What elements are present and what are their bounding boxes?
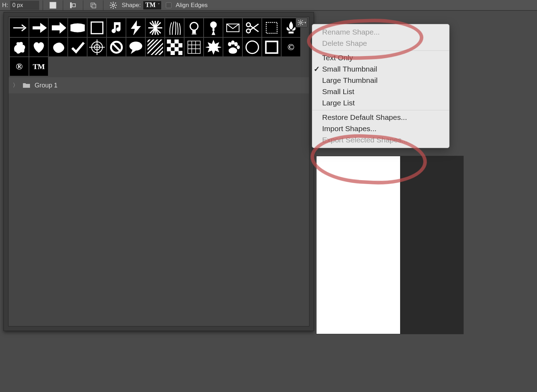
- svg-rect-59: [175, 47, 179, 51]
- svg-rect-28: [192, 30, 195, 33]
- svg-rect-57: [179, 43, 182, 47]
- shape-arrow-block[interactable]: [49, 18, 67, 37]
- shape-crosshair[interactable]: [88, 38, 106, 56]
- svg-rect-54: [167, 39, 171, 43]
- svg-line-81: [302, 20, 303, 21]
- menu-item-delete-shape[interactable]: Delete Shape: [312, 38, 449, 49]
- menu-item-restore-defaults[interactable]: Restore Default Shapes...: [312, 112, 449, 123]
- shape-no-symbol[interactable]: [107, 38, 126, 56]
- menu-item-import-shapes[interactable]: Import Shapes...: [312, 123, 449, 134]
- separator: [103, 0, 103, 10]
- shape-checker[interactable]: [165, 38, 184, 56]
- svg-rect-17: [52, 25, 60, 30]
- shape-music-note[interactable]: [107, 18, 126, 37]
- shape-banner[interactable]: [68, 18, 87, 37]
- svg-point-5: [112, 4, 115, 6]
- shape-frame[interactable]: [88, 18, 106, 37]
- arrange-icon[interactable]: [88, 0, 98, 10]
- separator: [83, 0, 83, 10]
- svg-marker-18: [60, 22, 66, 33]
- shape-paw[interactable]: [223, 38, 242, 56]
- menu-item-export-shapes[interactable]: Export Selected Shapes...: [312, 134, 449, 146]
- folder-icon: [23, 82, 30, 88]
- shape-picker-panel: ©®TM 〉 Group 1: [4, 12, 314, 331]
- shape-registered[interactable]: ®: [10, 57, 29, 76]
- shape-heart[interactable]: [29, 38, 48, 56]
- group-row[interactable]: 〉 Group 1: [8, 77, 309, 93]
- shape-arrow-bold[interactable]: [29, 18, 48, 37]
- shape-grid: ©®TM: [8, 17, 309, 76]
- height-input[interactable]: [10, 1, 39, 10]
- menu-item-text-only[interactable]: Text Only: [312, 52, 449, 63]
- svg-point-27: [190, 22, 198, 30]
- checkmark-icon: ✓: [314, 65, 320, 73]
- shape-lightning[interactable]: [126, 18, 145, 37]
- menu-item-small-thumbnail[interactable]: ✓ Small Thumbnail: [312, 63, 449, 75]
- shape-grass[interactable]: [165, 18, 184, 37]
- svg-point-68: [228, 42, 231, 46]
- separator: [43, 0, 43, 10]
- svg-line-52: [153, 45, 163, 55]
- svg-marker-16: [40, 23, 47, 32]
- svg-point-71: [237, 45, 240, 49]
- svg-rect-61: [179, 51, 182, 55]
- svg-marker-32: [212, 31, 215, 35]
- svg-point-35: [246, 29, 250, 33]
- align-icon[interactable]: [68, 0, 78, 10]
- svg-rect-4: [92, 4, 96, 8]
- shape-copyright[interactable]: ©: [282, 38, 300, 56]
- panel-menu-button[interactable]: ▾: [296, 18, 308, 27]
- align-edges-checkbox[interactable]: [166, 2, 171, 8]
- shape-starburst[interactable]: [204, 38, 223, 56]
- svg-line-12: [115, 2, 116, 4]
- svg-rect-56: [171, 43, 175, 47]
- menu-separator: [312, 110, 449, 110]
- shape-blob[interactable]: [49, 38, 67, 56]
- menu-item-large-list[interactable]: Large List: [312, 97, 449, 109]
- shape-floral[interactable]: [10, 38, 29, 56]
- svg-point-72: [246, 41, 258, 53]
- menu-item-label: Small Thumbnail: [322, 65, 377, 73]
- shape-grid[interactable]: [185, 38, 203, 56]
- menu-item-large-thumbnail[interactable]: Large Thumbnail: [312, 75, 449, 86]
- svg-line-10: [110, 2, 111, 4]
- shape-diagonal-lines[interactable]: [146, 38, 164, 56]
- shape-checkmark[interactable]: [68, 38, 87, 56]
- svg-rect-1: [70, 2, 71, 8]
- shape-speech-bubble[interactable]: [126, 38, 145, 56]
- shape-pushpin[interactable]: [204, 18, 223, 37]
- shape-square-outline[interactable]: [262, 38, 281, 56]
- shape-scissors[interactable]: [243, 18, 261, 37]
- canvas-white-area[interactable]: [316, 156, 401, 334]
- chevron-down-icon: ˅: [158, 3, 160, 8]
- svg-rect-73: [266, 41, 277, 53]
- svg-rect-0: [50, 2, 56, 8]
- shape-picker-inner: ©®TM 〉 Group 1: [8, 17, 309, 326]
- shape-circle-outline[interactable]: [243, 38, 261, 56]
- fill-swatch[interactable]: [48, 0, 58, 10]
- gear-icon: [297, 19, 304, 26]
- shape-bulb[interactable]: [185, 18, 203, 37]
- svg-point-45: [129, 42, 142, 50]
- menu-item-small-list[interactable]: Small List: [312, 86, 449, 97]
- chevron-right-icon: 〉: [13, 82, 18, 89]
- menu-item-rename-shape[interactable]: Rename Shape...: [312, 26, 449, 38]
- chevron-down-icon: ▾: [304, 21, 306, 24]
- shape-arrow-thin[interactable]: [10, 18, 29, 37]
- svg-rect-38: [266, 22, 277, 33]
- svg-rect-2: [72, 4, 76, 7]
- shape-label: Shape:: [122, 2, 141, 9]
- svg-marker-20: [131, 21, 140, 35]
- shape-envelope[interactable]: [223, 18, 242, 37]
- menu-separator: [312, 50, 449, 51]
- shape-picker-swatch[interactable]: TM ˅: [143, 1, 162, 10]
- svg-line-80: [302, 24, 303, 25]
- shape-burst-star[interactable]: [146, 18, 164, 37]
- shape-stamp[interactable]: [262, 18, 281, 37]
- height-label: H:: [2, 2, 8, 9]
- shape-trademark[interactable]: TM: [29, 57, 48, 76]
- gear-icon[interactable]: [108, 0, 118, 10]
- options-bar: H: Shape: TM ˅ Align Edges: [0, 0, 537, 11]
- svg-point-34: [246, 23, 250, 26]
- svg-line-13: [110, 7, 111, 8]
